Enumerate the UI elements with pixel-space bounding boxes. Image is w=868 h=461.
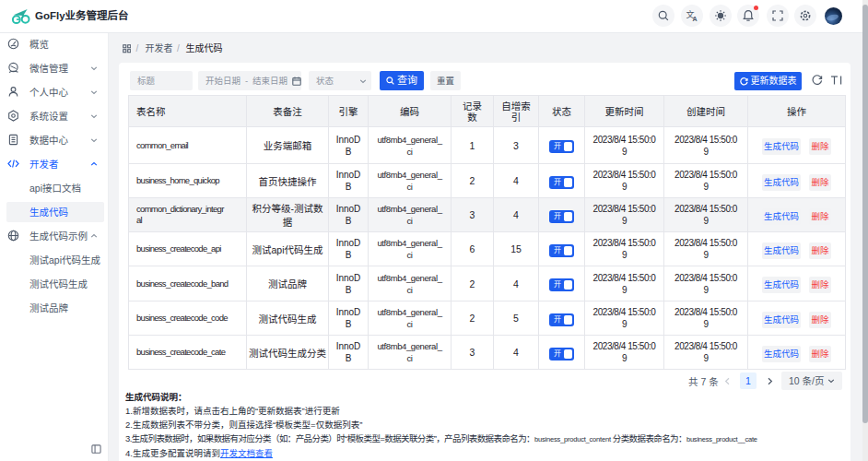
svg-text:A: A — [693, 16, 698, 22]
